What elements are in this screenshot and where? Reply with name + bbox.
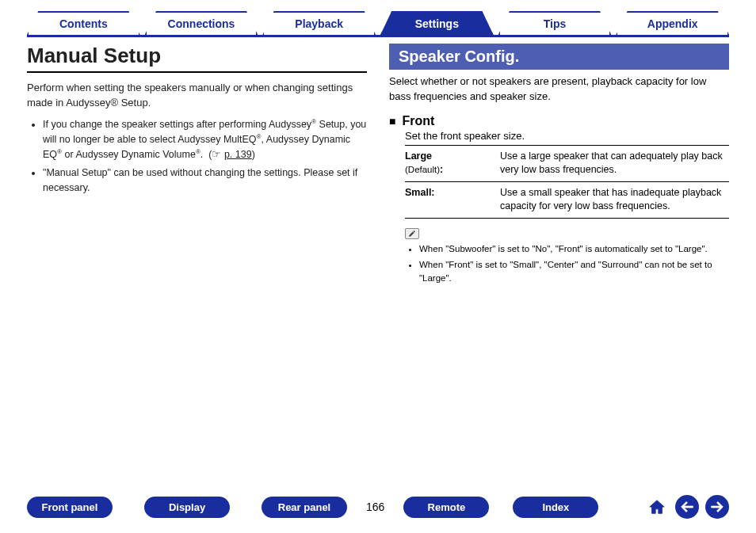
info-item-1: When "Subwoofer" is set to "No", "Front"… bbox=[419, 242, 729, 256]
page-number: 166 bbox=[366, 501, 384, 513]
next-page-icon[interactable] bbox=[705, 495, 729, 519]
nav-remote[interactable]: Remote bbox=[403, 497, 489, 518]
tab-tips[interactable]: Tips bbox=[498, 11, 612, 35]
manual-page: Contents Connections Playback Settings T… bbox=[0, 0, 756, 533]
subhead-label: Front bbox=[402, 114, 434, 128]
option-table: Large (Default): Use a large speaker tha… bbox=[405, 145, 729, 219]
left-column: Manual Setup Perform when setting the sp… bbox=[27, 44, 367, 487]
top-tabs: Contents Connections Playback Settings T… bbox=[0, 0, 756, 35]
pencil-note-icon bbox=[405, 228, 419, 239]
tab-appendix[interactable]: Appendix bbox=[616, 11, 729, 35]
info-item-2: When "Front" is set to "Small", "Center"… bbox=[419, 258, 729, 286]
home-icon[interactable] bbox=[645, 495, 669, 519]
square-bullet-icon: ■ bbox=[389, 115, 395, 128]
left-note-1: If you change the speaker settings after… bbox=[43, 117, 367, 162]
right-intro: Select whether or not speakers are prese… bbox=[389, 74, 729, 105]
nav-front-panel[interactable]: Front panel bbox=[27, 497, 113, 518]
prev-page-icon[interactable] bbox=[675, 495, 699, 519]
subhead-description: Set the front speaker size. bbox=[405, 130, 729, 142]
option-label-large: Large (Default): bbox=[405, 150, 500, 177]
tab-settings[interactable]: Settings bbox=[380, 11, 494, 35]
content-area: Manual Setup Perform when setting the sp… bbox=[0, 44, 756, 487]
option-label-small: Small: bbox=[405, 186, 500, 214]
subhead-front: ■ Front bbox=[389, 114, 729, 128]
option-row-small: Small: Use a small speaker that has inad… bbox=[405, 182, 729, 219]
option-row-large: Large (Default): Use a large speaker tha… bbox=[405, 146, 729, 182]
note-text-1: If you change the speaker settings after… bbox=[43, 119, 366, 160]
left-intro: Perform when setting the speakers manual… bbox=[27, 81, 367, 111]
tab-connections[interactable]: Connections bbox=[145, 11, 258, 35]
page-title: Manual Setup bbox=[27, 44, 367, 73]
bottom-nav: Front panel Display Rear panel 166 Remot… bbox=[0, 487, 756, 533]
left-notes-list: If you change the speaker settings after… bbox=[43, 117, 367, 196]
nav-index[interactable]: Index bbox=[513, 497, 598, 518]
option-label-sub: (Default) bbox=[405, 165, 440, 174]
page-ref-link[interactable]: p. 139 bbox=[224, 149, 252, 160]
option-label-suffix: : bbox=[440, 164, 443, 175]
nav-rear-panel[interactable]: Rear panel bbox=[262, 497, 347, 518]
tab-playback[interactable]: Playback bbox=[262, 11, 376, 35]
section-banner: Speaker Config. bbox=[389, 44, 729, 70]
tab-underline bbox=[27, 35, 729, 37]
info-list: When "Subwoofer" is set to "No", "Front"… bbox=[419, 242, 729, 286]
right-column: Speaker Config. Select whether or not sp… bbox=[389, 44, 729, 487]
option-desc-small: Use a small speaker that has inadequate … bbox=[500, 186, 729, 214]
option-desc-large: Use a large speaker that can adequately … bbox=[500, 150, 729, 177]
tab-contents[interactable]: Contents bbox=[27, 11, 140, 35]
option-label-main-2: Small: bbox=[405, 187, 435, 198]
nav-display[interactable]: Display bbox=[144, 497, 230, 518]
left-note-2: "Manual Setup" can be used without chang… bbox=[43, 166, 367, 196]
option-label-main: Large bbox=[405, 150, 432, 162]
